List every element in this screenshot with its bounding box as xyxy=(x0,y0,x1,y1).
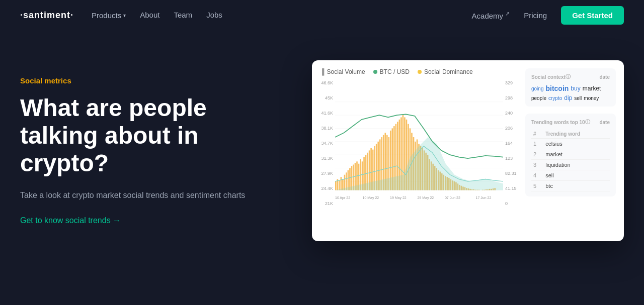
svg-text:10 May 22: 10 May 22 xyxy=(362,196,379,200)
word-dip: dip xyxy=(564,94,572,101)
about-link[interactable]: About xyxy=(140,11,159,19)
social-context-section: Social context ⓘ date going bitcoin buy … xyxy=(525,68,616,107)
nav-left: ·santiment· Products ▾ About Team Jobs xyxy=(20,10,222,21)
svg-text:07 Jun 22: 07 Jun 22 xyxy=(445,196,460,199)
word-bitcoin: bitcoin xyxy=(545,84,569,92)
svg-text:19 May 22: 19 May 22 xyxy=(390,196,407,200)
svg-rect-8 xyxy=(335,181,337,190)
trending-table: # Trending word 1 celsius 2 market xyxy=(531,130,610,191)
nav-item-jobs[interactable]: Jobs xyxy=(206,11,222,20)
right-panel: ▐ Social Volume BTC / USD Social Dominan… xyxy=(312,60,624,241)
svg-rect-11 xyxy=(341,177,342,190)
social-context-title: Social context ⓘ date xyxy=(531,73,610,80)
products-link[interactable]: Products ▾ xyxy=(92,11,126,20)
word-buy: buy xyxy=(571,85,580,92)
legend-social-dominance: Social Dominance xyxy=(418,68,473,75)
y-axis-right: 329 298 240 206 164 123 82.31 41.15 0 xyxy=(504,80,519,206)
category-label: Social metrics xyxy=(20,76,282,85)
word-market: market xyxy=(583,85,601,92)
legend-dot-social-dominance xyxy=(418,70,422,74)
trending-row: 3 liquidation xyxy=(531,160,610,170)
svg-rect-14 xyxy=(346,172,347,190)
legend-label-btc: BTC / USD xyxy=(380,68,410,75)
trending-row: 2 market xyxy=(531,149,610,160)
chart-sidebar: Social context ⓘ date going bitcoin buy … xyxy=(525,68,616,233)
logo[interactable]: ·santiment· xyxy=(20,10,73,21)
word-cloud: going bitcoin buy market people crypto d… xyxy=(531,84,610,101)
left-panel: Social metrics What are people talking a… xyxy=(20,76,282,225)
trending-words-title: Trending words top 10 ⓘ date xyxy=(531,119,610,126)
legend-social-volume: ▐ Social Volume xyxy=(320,68,365,75)
chart-area: 46.6K 45K 41.6K 38.1K 34.7K 31.3K 27.9K … xyxy=(320,80,519,216)
jobs-link[interactable]: Jobs xyxy=(206,11,222,19)
word-crypto: crypto xyxy=(548,95,562,101)
nav-item-about[interactable]: About xyxy=(140,11,159,20)
word-money: money xyxy=(584,95,599,101)
legend-label-social-dominance: Social Dominance xyxy=(424,68,473,75)
chart-legend: ▐ Social Volume BTC / USD Social Dominan… xyxy=(320,68,519,75)
svg-rect-10 xyxy=(339,180,340,190)
nav-links: Products ▾ About Team Jobs xyxy=(92,11,222,20)
chart-card: ▐ Social Volume BTC / USD Social Dominan… xyxy=(312,60,624,241)
chart-main: ▐ Social Volume BTC / USD Social Dominan… xyxy=(320,68,519,233)
word-going: going xyxy=(531,86,543,91)
nav-item-products[interactable]: Products ▾ xyxy=(92,11,126,20)
word-people: people xyxy=(531,95,546,101)
get-started-button[interactable]: Get Started xyxy=(561,6,624,25)
svg-text:29 May 22: 29 May 22 xyxy=(417,196,434,200)
chevron-down-icon: ▾ xyxy=(123,13,126,18)
th-rank: # xyxy=(531,130,543,139)
svg-text:10 Apr 22: 10 Apr 22 xyxy=(335,196,350,200)
products-label: Products xyxy=(92,11,121,20)
social-context-info-icon: ⓘ xyxy=(566,73,571,80)
trending-header-row: # Trending word xyxy=(531,130,610,139)
legend-btc: BTC / USD xyxy=(373,68,410,75)
legend-label-social-volume: Social Volume xyxy=(327,68,365,75)
trending-words-section: Trending words top 10 ⓘ date # Trending … xyxy=(525,114,616,196)
subtext: Take a look at crypto market social tren… xyxy=(20,189,282,202)
legend-dot-btc xyxy=(373,70,377,74)
page-title: What are people talking about in crypto? xyxy=(20,94,282,177)
main-content: Social metrics What are people talking a… xyxy=(0,30,644,261)
navbar: ·santiment· Products ▾ About Team Jobs A… xyxy=(0,0,644,30)
pricing-link[interactable]: Pricing xyxy=(524,11,547,20)
academy-link[interactable]: Academy ↗ xyxy=(472,11,510,20)
nav-item-team[interactable]: Team xyxy=(174,11,192,20)
chart-svg: 10 Apr 22 10 May 22 19 May 22 29 May 22 … xyxy=(320,80,519,216)
external-link-icon: ↗ xyxy=(505,11,510,17)
trending-row: 4 sell xyxy=(531,170,610,181)
th-word: Trending word xyxy=(543,130,610,139)
word-sell: sell xyxy=(574,95,582,101)
trending-row: 5 btc xyxy=(531,181,610,191)
bar-chart-icon: ▐ xyxy=(320,68,325,75)
trending-row: 1 celsius xyxy=(531,139,610,149)
y-axis-left: 46.6K 45K 41.6K 38.1K 34.7K 31.3K 27.9K … xyxy=(320,80,335,206)
svg-text:17 Jun 22: 17 Jun 22 xyxy=(476,196,492,199)
nav-right: Academy ↗ Pricing Get Started xyxy=(472,6,624,25)
team-link[interactable]: Team xyxy=(174,11,192,19)
cta-link[interactable]: Get to know social trends → xyxy=(20,216,121,225)
trending-info-icon: ⓘ xyxy=(585,119,590,126)
svg-rect-13 xyxy=(344,175,346,190)
